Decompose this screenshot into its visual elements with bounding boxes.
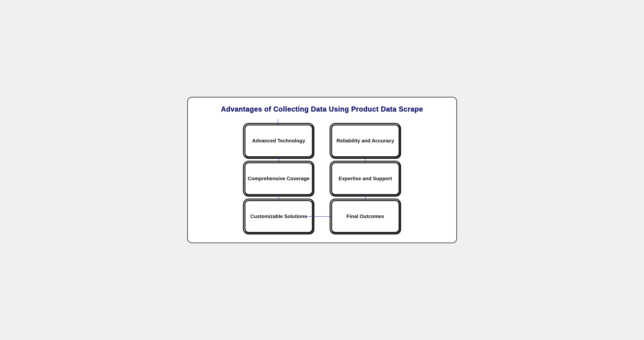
- connector-right-2-3: [322, 195, 409, 200]
- connector-right-1-2: [322, 157, 409, 162]
- cell-bot-right: Final Outcomes: [322, 200, 409, 233]
- card-expertise-support-label: Expertise and Support: [339, 175, 392, 182]
- row-2: Comprehensive Coverage Expertise and Sup…: [236, 162, 409, 195]
- row-1: Advanced Technology Reliability and Accu…: [236, 124, 409, 157]
- connector-left-2-3: [236, 195, 322, 200]
- row-3: Customizable Solutions Final Outcomes: [236, 200, 409, 233]
- connector-left-1-2: [236, 157, 322, 162]
- card-comprehensive-coverage-label: Comprehensive Coverage: [248, 175, 310, 182]
- v-line-left-1: [278, 157, 279, 162]
- card-reliability-accuracy-label: Reliability and Accuracy: [336, 137, 394, 144]
- title-connector-line: [278, 119, 278, 124]
- v-line-right-2: [365, 195, 366, 200]
- v-line-left-2: [278, 195, 279, 200]
- card-expertise-support: Expertise and Support: [331, 162, 400, 195]
- cell-top-left: Advanced Technology: [236, 124, 322, 157]
- cards-grid: Advanced Technology Reliability and Accu…: [236, 124, 409, 233]
- card-comprehensive-coverage: Comprehensive Coverage: [244, 162, 313, 195]
- connectors-row-1-2: [236, 157, 409, 162]
- h-connector-row3: [304, 216, 331, 217]
- card-final-outcomes-label: Final Outcomes: [346, 213, 384, 220]
- page-title: Advantages of Collecting Data Using Prod…: [200, 105, 445, 113]
- card-reliability-accuracy: Reliability and Accuracy: [331, 124, 400, 157]
- diagram-area: Advanced Technology Reliability and Accu…: [200, 119, 445, 233]
- card-customizable-solutions: Customizable Solutions: [244, 200, 313, 233]
- connectors-row-2-3: [236, 195, 409, 200]
- v-line-right-1: [365, 157, 366, 162]
- card-advanced-technology-label: Advanced Technology: [252, 137, 305, 144]
- cell-mid-right: Expertise and Support: [322, 162, 409, 195]
- cell-mid-left: Comprehensive Coverage: [236, 162, 322, 195]
- card-customizable-solutions-label: Customizable Solutions: [250, 213, 307, 220]
- card-final-outcomes: Final Outcomes: [331, 200, 400, 233]
- card-advanced-technology: Advanced Technology: [244, 124, 313, 157]
- main-container: Advantages of Collecting Data Using Prod…: [187, 97, 457, 243]
- cell-top-right: Reliability and Accuracy: [322, 124, 409, 157]
